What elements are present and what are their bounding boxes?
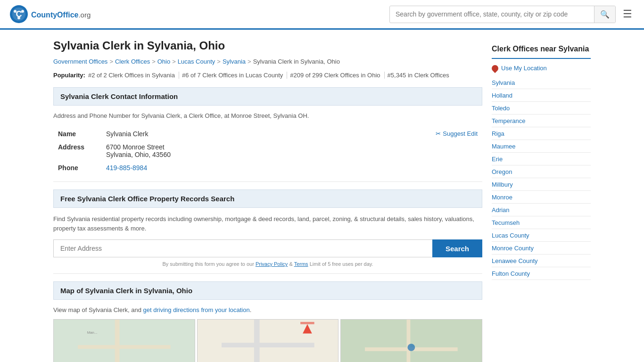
- svg-rect-14: [300, 322, 314, 324]
- popularity-bar: Popularity: #2 of 2 Clerk Offices in Syl…: [53, 72, 482, 79]
- svg-point-4: [21, 10, 24, 13]
- sidebar-item-tecumseh: Tecumseh: [492, 216, 591, 229]
- sidebar-item-monroe: Monroe: [492, 191, 591, 204]
- breadcrumb-ohio[interactable]: Ohio: [157, 58, 170, 65]
- map-tile-3: [340, 319, 482, 362]
- use-my-location-link[interactable]: Use My Location: [492, 65, 591, 72]
- privacy-policy-link[interactable]: Privacy Policy: [256, 261, 288, 267]
- logo-text: CountyOffice.org: [31, 9, 91, 20]
- property-description: Find Sylvania residential property recor…: [53, 214, 482, 233]
- sidebar-link-adrian[interactable]: Adrian: [492, 206, 510, 214]
- form-disclaimer: By submitting this form you agree to our…: [53, 261, 482, 267]
- search-icon: 🔍: [600, 10, 610, 18]
- address-value: 6700 Monroe Street Sylvania, Ohio, 43560: [102, 141, 481, 161]
- contact-phone-row: Phone 419-885-8984: [54, 162, 481, 174]
- breadcrumb-clerk-offices[interactable]: Clerk Offices: [115, 58, 150, 65]
- directions-link[interactable]: get driving directions from your locatio…: [143, 306, 250, 313]
- terms-link[interactable]: Terms: [294, 261, 308, 267]
- map-tile-2: [197, 319, 339, 362]
- sidebar-link-holland[interactable]: Holland: [492, 92, 512, 99]
- popularity-item-1: #2 of 2 Clerk Offices in Sylvania: [88, 72, 179, 79]
- map-tile-1: Sylvania Clerk of Courts Man...: [53, 319, 195, 362]
- sidebar-item-lucas-county: Lucas County: [492, 229, 591, 242]
- svg-point-5: [17, 16, 20, 19]
- suggest-edit-link[interactable]: ✂ Suggest Edit: [436, 130, 478, 137]
- suggest-edit-icon: ✂: [436, 130, 441, 137]
- sidebar-link-maumee[interactable]: Maumee: [492, 143, 516, 150]
- sidebar-link-tecumseh[interactable]: Tecumseh: [492, 219, 520, 226]
- sidebar-item-fulton-county: Fulton County: [492, 267, 591, 280]
- hamburger-menu-icon[interactable]: ☰: [620, 6, 635, 23]
- name-label: Name: [54, 128, 101, 140]
- svg-rect-10: [222, 320, 314, 362]
- map-area-svg: [341, 320, 482, 362]
- svg-rect-8: [78, 345, 171, 349]
- global-search-button[interactable]: 🔍: [594, 6, 615, 23]
- sidebar-link-fulton-county[interactable]: Fulton County: [492, 270, 530, 277]
- sidebar-item-maumee: Maumee: [492, 140, 591, 153]
- sidebar-list: Sylvania Holland Toledo Temperance Riga …: [492, 76, 591, 280]
- svg-point-3: [14, 10, 17, 13]
- breadcrumb-government-offices[interactable]: Government Offices: [53, 58, 107, 65]
- logo[interactable]: C CountyOffice.org: [9, 5, 91, 24]
- sidebar-link-oregon[interactable]: Oregon: [492, 168, 512, 175]
- contact-section-header: Sylvania Clerk Contact Information: [53, 87, 482, 106]
- map-detail-svg: [198, 320, 339, 362]
- map-placeholder: Sylvania Clerk of Courts Man...: [53, 319, 482, 362]
- breadcrumb-sylvania[interactable]: Sylvania: [223, 58, 246, 65]
- sidebar-item-oregon: Oregon: [492, 165, 591, 178]
- logo-icon: C: [9, 5, 28, 24]
- sidebar-item-lenawee-county: Lenawee County: [492, 255, 591, 267]
- sidebar-link-erie[interactable]: Erie: [492, 156, 503, 163]
- contact-name-row: Name Sylvania Clerk ✂ Suggest Edit: [54, 128, 481, 140]
- sidebar-link-riga[interactable]: Riga: [492, 130, 504, 137]
- phone-link[interactable]: 419-885-8984: [106, 164, 147, 172]
- sidebar-link-millbury[interactable]: Millbury: [492, 181, 513, 188]
- phone-value: 419-885-8984: [102, 162, 481, 174]
- popularity-item-2: #6 of 7 Clerk Offices in Lucas County: [182, 72, 287, 79]
- contact-table: Name Sylvania Clerk ✂ Suggest Edit Addre…: [53, 127, 482, 175]
- svg-rect-15: [365, 320, 458, 362]
- breadcrumb-sep-1: >: [109, 58, 113, 65]
- address-search-input[interactable]: [53, 239, 432, 257]
- site-header: C CountyOffice.org 🔍 ☰: [0, 0, 644, 30]
- sidebar-item-temperance: Temperance: [492, 115, 591, 127]
- sidebar-link-lucas-county[interactable]: Lucas County: [492, 232, 529, 239]
- sidebar-link-monroe[interactable]: Monroe: [492, 194, 512, 201]
- sidebar-item-adrian: Adrian: [492, 204, 591, 216]
- address-search-form: Search: [53, 239, 482, 257]
- name-value: Sylvania Clerk ✂ Suggest Edit: [102, 128, 481, 140]
- global-search-input[interactable]: [390, 7, 594, 22]
- sidebar-item-millbury: Millbury: [492, 178, 591, 191]
- sidebar-item-holland: Holland: [492, 89, 591, 102]
- property-search-button[interactable]: Search: [432, 239, 482, 257]
- svg-point-18: [408, 344, 415, 351]
- property-section-header: Free Sylvania Clerk Office Property Reco…: [53, 189, 482, 208]
- map-section-body: View map of Sylvania Clerk, and get driv…: [53, 300, 482, 362]
- breadcrumb-sep-5: >: [248, 58, 251, 65]
- sidebar-item-monroe-county: Monroe County: [492, 242, 591, 255]
- breadcrumb: Government Offices > Clerk Offices > Ohi…: [53, 58, 482, 65]
- sidebar-item-sylvania: Sylvania: [492, 76, 591, 89]
- svg-rect-6: [78, 320, 171, 362]
- sidebar-link-toledo[interactable]: Toledo: [492, 105, 510, 112]
- page-title: Sylvania Clerk in Sylvania, Ohio: [53, 39, 482, 52]
- address-label: Address: [54, 141, 101, 161]
- sidebar-link-lenawee-county[interactable]: Lenawee County: [492, 257, 538, 264]
- header-right: 🔍 ☰: [389, 6, 635, 23]
- sidebar-link-sylvania[interactable]: Sylvania: [492, 79, 515, 86]
- property-section-body: Find Sylvania residential property recor…: [53, 208, 482, 274]
- sidebar-item-riga: Riga: [492, 127, 591, 140]
- sidebar-link-monroe-county[interactable]: Monroe County: [492, 245, 534, 252]
- sidebar: Clerk Offices near Sylvania Use My Locat…: [492, 39, 591, 362]
- contact-section-body: Address and Phone Number for Sylvania Cl…: [53, 106, 482, 182]
- sidebar-title: Clerk Offices near Sylvania: [492, 39, 591, 59]
- svg-rect-12: [222, 343, 314, 347]
- breadcrumb-lucas-county[interactable]: Lucas County: [178, 58, 215, 65]
- sidebar-item-erie: Erie: [492, 153, 591, 165]
- sidebar-link-temperance[interactable]: Temperance: [492, 117, 526, 124]
- phone-label: Phone: [54, 162, 101, 174]
- content-area: Sylvania Clerk in Sylvania, Ohio Governm…: [53, 39, 482, 362]
- svg-rect-16: [407, 320, 411, 362]
- svg-text:Man...: Man...: [87, 330, 98, 335]
